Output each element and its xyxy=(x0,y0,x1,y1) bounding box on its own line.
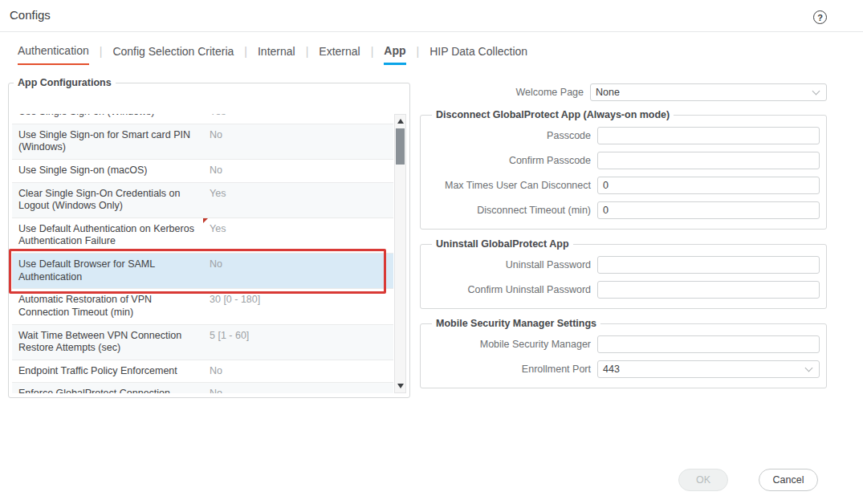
uninstall-password-label: Uninstall Password xyxy=(427,256,597,272)
config-row-clear-single-sign-on-credentials-on-logout-windows-only[interactable]: Clear Single Sign-On Credentials on Logo… xyxy=(12,183,393,218)
welcome-page-select[interactable]: None xyxy=(590,83,827,101)
mobile-security-manager-input[interactable] xyxy=(597,335,820,353)
scrollbar[interactable] xyxy=(394,114,406,393)
config-name: Wait Time Between VPN Connection Restore… xyxy=(12,325,203,360)
app-configurations-legend: App Configurations xyxy=(14,77,116,88)
enrollment-port-select[interactable]: 443 xyxy=(597,360,820,378)
tab-external[interactable]: External xyxy=(319,45,360,65)
tab-separator: | xyxy=(371,45,374,65)
config-name: Endpoint Traffic Policy Enforcement xyxy=(12,360,203,383)
ok-button[interactable]: OK xyxy=(678,469,728,491)
config-value: No xyxy=(203,254,393,288)
config-row-endpoint-traffic-policy-enforcement[interactable]: Endpoint Traffic Policy EnforcementNo xyxy=(12,360,393,384)
section-mobile-security-manager-settings: Mobile Security Manager SettingsMobile S… xyxy=(420,318,827,388)
tab-config-selection-criteria[interactable]: Config Selection Criteria xyxy=(112,45,234,65)
field-row: Enrollment Port443 xyxy=(427,360,820,378)
tab-authentication[interactable]: Authentication xyxy=(18,44,89,65)
max-times-user-can-disconnect-input[interactable] xyxy=(597,177,820,194)
enrollment-port-label: Enrollment Port xyxy=(427,360,597,376)
tab-separator: | xyxy=(100,45,103,65)
confirm-passcode-label: Confirm Passcode xyxy=(427,152,597,168)
config-value: Yes xyxy=(203,114,393,124)
tab-hip-data-collection[interactable]: HIP Data Collection xyxy=(429,45,527,65)
mobile-security-manager-label: Mobile Security Manager xyxy=(427,335,597,352)
disconnect-timeout-min-input[interactable] xyxy=(597,201,820,219)
field-row: Mobile Security Manager xyxy=(427,335,820,353)
section-legend: Mobile Security Manager Settings xyxy=(432,318,600,329)
help-icon[interactable]: ? xyxy=(813,10,827,24)
welcome-page-row: Welcome Page None xyxy=(420,83,827,101)
field-row: Confirm Passcode xyxy=(427,152,820,169)
uninstall-password-input[interactable] xyxy=(597,256,820,274)
field-row: Disconnect Timeout (min) xyxy=(427,201,820,219)
header-divider xyxy=(0,31,863,32)
config-name: Use Single Sign-on (macOS) xyxy=(12,160,203,182)
confirm-uninstall-password-label: Confirm Uninstall Password xyxy=(427,281,597,297)
config-row-use-single-sign-on-windows[interactable]: Use Single Sign-on (Windows)Yes xyxy=(12,114,393,124)
scroll-up-arrow[interactable] xyxy=(395,116,405,127)
chevron-down-icon xyxy=(812,87,820,95)
section-disconnect-globalprotect-app-always-on-mode: Disconnect GlobalProtect App (Always-on … xyxy=(420,109,827,230)
config-value: No xyxy=(203,124,393,159)
config-value: Yes xyxy=(203,218,393,253)
config-value: No xyxy=(203,160,393,182)
config-name: Automatic Restoration of VPN Connection … xyxy=(12,289,203,323)
config-name: Use Default Browser for SAML Authenticat… xyxy=(12,254,203,288)
section-legend: Uninstall GlobalProtect App xyxy=(432,238,573,250)
config-value: No xyxy=(203,383,393,393)
config-name: Clear Single Sign-On Credentials on Logo… xyxy=(12,183,203,217)
passcode-label: Passcode xyxy=(427,127,597,143)
config-name: Enforce GlobalProtect Connection xyxy=(12,383,203,393)
disconnect-timeout-min-label: Disconnect Timeout (min) xyxy=(427,201,597,217)
config-table: Use Single Sign-on (Windows)YesUse Singl… xyxy=(12,114,406,393)
cancel-button[interactable]: Cancel xyxy=(759,469,818,491)
scroll-down-arrow[interactable] xyxy=(395,380,405,392)
chevron-down-icon xyxy=(805,364,813,372)
footer: OK Cancel xyxy=(678,469,818,491)
config-value: No xyxy=(203,360,393,383)
passcode-input[interactable] xyxy=(597,127,820,144)
tab-internal[interactable]: Internal xyxy=(258,45,295,65)
field-row: Max Times User Can Disconnect xyxy=(427,177,820,194)
section-uninstall-globalprotect-app: Uninstall GlobalProtect AppUninstall Pas… xyxy=(420,238,827,309)
triangle-down-icon xyxy=(397,384,404,388)
tab-separator: | xyxy=(244,45,247,65)
config-value: Yes xyxy=(203,183,393,217)
confirm-passcode-input[interactable] xyxy=(597,152,820,169)
tab-bar: Authentication|Config Selection Criteria… xyxy=(18,44,527,65)
config-row-use-single-sign-on-macos[interactable]: Use Single Sign-on (macOS)No xyxy=(12,160,393,183)
triangle-up-icon xyxy=(397,119,404,124)
dialog-title: Configs xyxy=(10,8,51,22)
config-name: Use Default Authentication on Kerberos A… xyxy=(12,218,203,253)
right-panel-sections: Disconnect GlobalProtect App (Always-on … xyxy=(420,109,827,388)
config-name: Use Single Sign-on for Smart card PIN (W… xyxy=(12,124,203,159)
config-rows: Use Single Sign-on (Windows)YesUse Singl… xyxy=(12,114,393,393)
config-row-use-single-sign-on-for-smart-card-pin-windows[interactable]: Use Single Sign-on for Smart card PIN (W… xyxy=(12,124,393,160)
config-row-use-default-authentication-on-kerberos-authentication-failure[interactable]: Use Default Authentication on Kerberos A… xyxy=(12,218,393,254)
field-row: Confirm Uninstall Password xyxy=(427,281,820,299)
selected-value: 443 xyxy=(603,364,806,375)
section-legend: Disconnect GlobalProtect App (Always-on … xyxy=(432,109,674,120)
tab-separator: | xyxy=(417,45,420,65)
confirm-uninstall-password-input[interactable] xyxy=(597,281,820,299)
welcome-page-value: None xyxy=(596,87,813,98)
scrollbar-thumb[interactable] xyxy=(396,128,405,165)
config-row-use-default-browser-for-saml-authentication[interactable]: Use Default Browser for SAML Authenticat… xyxy=(12,254,393,289)
config-row-enforce-globalprotect-connection[interactable]: Enforce GlobalProtect ConnectionNo xyxy=(12,383,393,393)
config-row-wait-time-between-vpn-connection-restore-attempts-sec[interactable]: Wait Time Between VPN Connection Restore… xyxy=(12,325,393,360)
max-times-user-can-disconnect-label: Max Times User Can Disconnect xyxy=(427,177,597,193)
tab-app[interactable]: App xyxy=(384,44,405,65)
config-name: Use Single Sign-on (Windows) xyxy=(12,114,203,124)
config-value: 5 [1 - 60] xyxy=(203,325,393,360)
app-configurations-panel: App Configurations Use Single Sign-on (W… xyxy=(8,77,410,398)
config-value: 30 [0 - 180] xyxy=(203,289,393,323)
welcome-page-label: Welcome Page xyxy=(420,83,590,100)
tab-separator: | xyxy=(306,45,309,65)
config-row-automatic-restoration-of-vpn-connection-timeout-min[interactable]: Automatic Restoration of VPN Connection … xyxy=(12,289,393,324)
field-row: Uninstall Password xyxy=(427,256,820,274)
right-panel: Welcome Page None Disconnect GlobalProte… xyxy=(420,83,827,397)
field-row: Passcode xyxy=(427,127,820,144)
